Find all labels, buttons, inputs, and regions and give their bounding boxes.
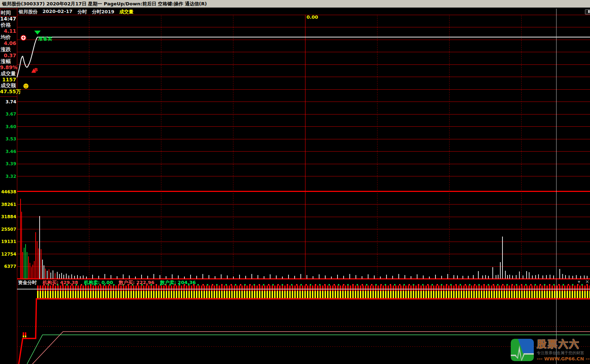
sidebar-label-time[interactable]: 时间	[1, 10, 17, 16]
sidebar-value-change: 0.37	[0, 53, 16, 58]
axis-tick-label: 3.74	[0, 99, 16, 104]
sidebar-value-time: 14:47	[0, 16, 16, 22]
watermark-subtitle: 专注股票创造属于您的财富	[537, 350, 590, 356]
axis-tick-label: 3.67	[0, 112, 16, 117]
chart-period-label[interactable]: 分时	[77, 9, 87, 14]
sell-signal-note: 准备卖	[38, 36, 52, 42]
axis-tick-label: 25507	[0, 227, 16, 232]
chart-volume-label[interactable]: 成交量	[119, 9, 133, 14]
chart-stock-name: 银邦股份	[19, 9, 37, 14]
intraday-chart-canvas[interactable]	[0, 0, 590, 364]
sidebar-value-volume: 1157	[0, 77, 16, 82]
fund-panel-dropdown-icon[interactable]: ▼	[578, 280, 580, 284]
sidebar-value-price: 4.11	[0, 28, 16, 34]
axis-tick-label: 3.60	[0, 124, 16, 129]
watermark-title: 股票六六	[537, 339, 590, 350]
tdx-window: 银邦股份(300337) 2020年02月17日 星期一 PageUp/Down…	[0, 0, 590, 364]
axis-tick-label: 3.39	[0, 161, 16, 166]
sidebar-value-amount: 47.55万	[0, 89, 16, 95]
watermark-url: --- WWW.GP66.CN ---	[537, 356, 590, 361]
axis-tick-label: 31884	[0, 214, 16, 219]
axis-tick-label: 3.53	[0, 136, 16, 141]
axis-tick-label: 3.46	[0, 149, 16, 154]
fund-stat-retail-buy: 散户买: 222.96	[119, 279, 155, 286]
fund-panel-title[interactable]: 资金分时	[18, 279, 37, 286]
cursor-value-label: 0.00	[307, 14, 318, 20]
axis-tick-label: 3.32	[0, 174, 16, 179]
sidebar-label-change[interactable]: 涨跌	[1, 46, 17, 53]
axis-tick-label: 19131	[0, 239, 16, 244]
sidebar-label-avg[interactable]: 均价	[1, 34, 17, 41]
fund-panel-header: 资金分时 机构买: 429.38 机构卖: 0.00 散户买: 222.96 散…	[18, 279, 196, 286]
fund-stat-inst-sell: 机构卖: 0.00	[84, 279, 113, 286]
watermark: 股票六六 专注股票创造属于您的财富 --- WWW.GP66.CN ---	[511, 339, 590, 361]
pane-window-icon[interactable]	[585, 9, 590, 14]
chart-indicator-label[interactable]: 分时2019	[92, 9, 114, 14]
chart-date: 2020-02-17	[43, 9, 72, 14]
chart-header: 银邦股份 2020-02-17 分时 分时2019 成交量	[19, 9, 133, 14]
gp66-logo-icon	[511, 339, 534, 361]
axis-tick-label: 38261	[0, 202, 16, 207]
sidebar-label-amount[interactable]: 成交额	[1, 82, 17, 89]
sidebar-value-avg: 4.06	[0, 40, 16, 46]
axis-tick-label: 6377	[0, 264, 16, 269]
axis-tick-label: 44638	[0, 189, 16, 194]
sidebar-label-volume[interactable]: 成交量	[1, 71, 17, 77]
sidebar-separator	[0, 96, 17, 97]
sidebar-label-change-pct[interactable]: 涨幅	[1, 58, 17, 65]
sidebar-value-change-pct: 9.89%	[0, 64, 16, 70]
fund-stat-inst-buy: 机构买: 429.38	[43, 279, 78, 286]
axis-tick-label: 12754	[0, 252, 16, 257]
buy-signal-letter: B	[34, 67, 38, 72]
fund-stat-retail-sell: 散户卖: 204.36	[160, 279, 196, 286]
sidebar-label-price[interactable]: 价格	[1, 22, 17, 28]
fund-panel-close-icon[interactable]: ✕	[585, 279, 589, 284]
